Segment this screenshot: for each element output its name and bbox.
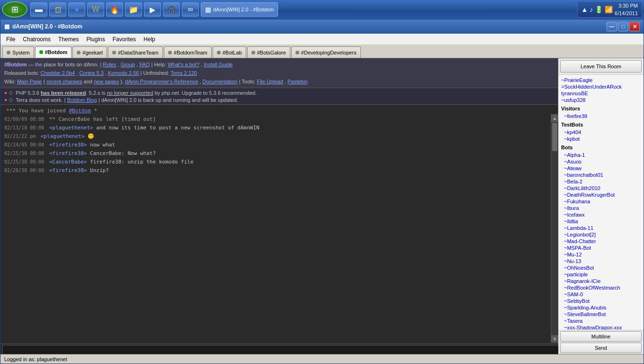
info-link-group[interactable]: Group: [121, 62, 135, 67]
info-place: place for bots on dAmn. |: [44, 62, 103, 67]
user-firefire38[interactable]: ~firefire38: [558, 113, 644, 119]
user-fukuhana[interactable]: ~Fukuhana: [558, 198, 644, 205]
info-link-pastebin[interactable]: Pastebin: [287, 79, 308, 84]
user-sam0[interactable]: ~SAM-0: [558, 291, 644, 298]
user-mspabot[interactable]: ~MSPA-Bot: [558, 245, 644, 251]
user-lambda11[interactable]: ~Lambda-11: [558, 225, 644, 231]
user-icefawx[interactable]: ~Icefawx: [558, 211, 644, 218]
tab-system[interactable]: System: [2, 46, 34, 58]
user-steveballmer[interactable]: ~SteveBallmerBot: [558, 311, 644, 318]
taskbar-wow[interactable]: W: [87, 2, 104, 17]
leave-room-button[interactable]: Leave This Room: [560, 60, 642, 73]
user-ohnoesbot[interactable]: ~OhNoesBot: [558, 264, 644, 271]
info-link-rules[interactable]: Rules: [103, 62, 116, 67]
info-link-fileupload[interactable]: File Upload: [257, 79, 283, 84]
msg-time-2: 02/13/18 00:00: [4, 125, 44, 130]
user-legionbot[interactable]: ~Legionbot[2]: [558, 231, 644, 238]
tab-developingdevelopers[interactable]: #DevelopingDevelopers: [291, 46, 361, 58]
menu-help[interactable]: Help: [140, 35, 159, 44]
taskbar-loop[interactable]: ∞: [182, 2, 199, 17]
section-testbots: TestBots: [558, 120, 644, 129]
info-link-recent[interactable]: recent changes: [46, 79, 82, 84]
tab-botdom[interactable]: #Botdom: [35, 46, 72, 58]
info-link-terra[interactable]: Terra 2.120: [170, 70, 197, 76]
user-darklilith[interactable]: ~DarkLilith2010: [558, 185, 644, 191]
menu-favorites[interactable]: Favorites: [109, 35, 140, 44]
user-madchatter[interactable]: ~Mad-Chatter: [558, 238, 644, 245]
info-line-2: Released bots: Cheddar 2.0b4 , Contra 5.…: [4, 69, 554, 77]
user-baronchatbot[interactable]: ~baronchatbot01: [558, 172, 644, 178]
user-kp404[interactable]: ~kp404: [558, 129, 644, 136]
info-link-cheddar[interactable]: Cheddar 2.0b4: [40, 70, 75, 76]
user-beta2[interactable]: ~Beta-2: [558, 178, 644, 185]
msg-firefire-nick-2: <firefire38>: [49, 150, 87, 156]
user-asuos[interactable]: ~Asuos: [558, 158, 644, 165]
menu-plugins[interactable]: Plugins: [82, 35, 108, 44]
scroll-up-btn[interactable]: ▲: [551, 114, 558, 122]
menu-themes[interactable]: Themes: [54, 35, 82, 44]
user-mu12[interactable]: ~Mu-12: [558, 251, 644, 258]
info-link-newpages[interactable]: new pages: [94, 79, 119, 84]
user-deathrow[interactable]: ~DeathRowKrugerBot: [558, 191, 644, 198]
notice-php-text: PHP 5.3.6 has been released. 5.2.x is no…: [16, 90, 257, 96]
menu-chatrooms[interactable]: Chatrooms: [19, 35, 54, 44]
close-button[interactable]: ✕: [629, 22, 640, 31]
taskbar-damnwin[interactable]: ▦ dAmn[WIN] 2.0 - #Botdom: [201, 2, 278, 17]
user-ateaw[interactable]: ~Ateaw: [558, 165, 644, 172]
user-ragnarok[interactable]: ~Ragnarok-ICie: [558, 278, 644, 284]
send-button[interactable]: Send: [560, 343, 642, 353]
maximize-button[interactable]: □: [618, 22, 628, 31]
info-link-komodo[interactable]: Komodo 2.56: [108, 70, 139, 76]
taskbar-fire[interactable]: 🔥: [106, 2, 123, 17]
info-link-install[interactable]: Install Guide: [204, 62, 233, 67]
user-redbook[interactable]: ~RedBookOfWestmarch: [558, 284, 644, 291]
user-kpbot[interactable]: ~kpbot: [558, 136, 644, 142]
info-link-mainpage[interactable]: Main Page: [17, 79, 42, 84]
taskbar-folder[interactable]: 📁: [125, 2, 142, 17]
user-ildtia[interactable]: ~Ildtia: [558, 218, 644, 225]
scroll-down-btn[interactable]: ▼: [551, 335, 558, 343]
taskbar-cmd[interactable]: ▬: [30, 2, 47, 17]
chat-input[interactable]: [2, 345, 642, 355]
tab-botdomteam[interactable]: #BotdomTeam: [164, 46, 212, 58]
minimize-button[interactable]: —: [607, 22, 617, 31]
user-alpha1[interactable]: ~Alpha-1: [558, 152, 644, 158]
info-link-docs[interactable]: Documentation: [203, 79, 238, 84]
tab-label-botsgalore: #BotsGalore: [257, 50, 286, 55]
user-usfup[interactable]: ~usfup328: [558, 97, 644, 103]
user-participle[interactable]: ~participle: [558, 271, 644, 278]
msg-time-4: 02/24/95 00:00: [4, 142, 44, 147]
chat-scrollbar[interactable]: ▲ ▼: [551, 114, 558, 343]
tab-geekart[interactable]: #geekart: [72, 46, 107, 58]
taskbar-headset[interactable]: 🎧: [163, 2, 180, 17]
user-tasera[interactable]: ~Tasera: [558, 318, 644, 324]
tab-botlab[interactable]: #BotLab: [213, 46, 246, 58]
taskbar-explorer[interactable]: ⊡: [49, 2, 66, 17]
tab-botsgalore[interactable]: #BotsGalore: [247, 46, 290, 58]
info-sep3: | Help:: [151, 62, 168, 67]
scroll-thumb[interactable]: [552, 123, 557, 151]
tab-dot-botlab: [217, 51, 221, 55]
messages-area[interactable]: *** You have joined #Botdom * 02/09/09 0…: [0, 105, 558, 344]
user-prairieeagle[interactable]: ~PrairieEagle: [558, 77, 644, 83]
tab-datashareteam[interactable]: #DataShareTeam: [108, 46, 163, 58]
start-button[interactable]: ⊞: [2, 1, 27, 18]
user-sebbybot[interactable]: ~SebbyBot: [558, 298, 644, 304]
user-ibura[interactable]: ~Ibura: [558, 205, 644, 211]
user-tyrannus[interactable]: tyrannusBE: [558, 90, 644, 97]
tab-label-botlab: #BotLab: [223, 50, 242, 55]
taskbar-chrome[interactable]: ●: [68, 2, 85, 17]
tab-dot-botdom: [39, 50, 43, 54]
info-link-contra[interactable]: Contra 5.3: [79, 70, 103, 76]
taskbar-media[interactable]: ▶: [144, 2, 161, 17]
menu-file[interactable]: File: [2, 35, 19, 44]
user-sockhidden[interactable]: =SockHiddenUnderARock: [558, 83, 644, 90]
info-link-ref[interactable]: dAmn Programmer's Reference: [125, 79, 198, 84]
info-paren-open: (: [44, 79, 45, 84]
msg-plague-body-1: and now its time to post a new screensho…: [96, 125, 259, 131]
info-link-whatsabot[interactable]: What's a bot?: [168, 62, 199, 67]
multiline-button[interactable]: Multiline: [560, 331, 642, 342]
user-sparkling[interactable]: ~Sparkling-Anubis: [558, 304, 644, 311]
info-link-faq[interactable]: FAQ: [139, 62, 150, 67]
user-nu13[interactable]: ~Nu-13: [558, 258, 644, 264]
